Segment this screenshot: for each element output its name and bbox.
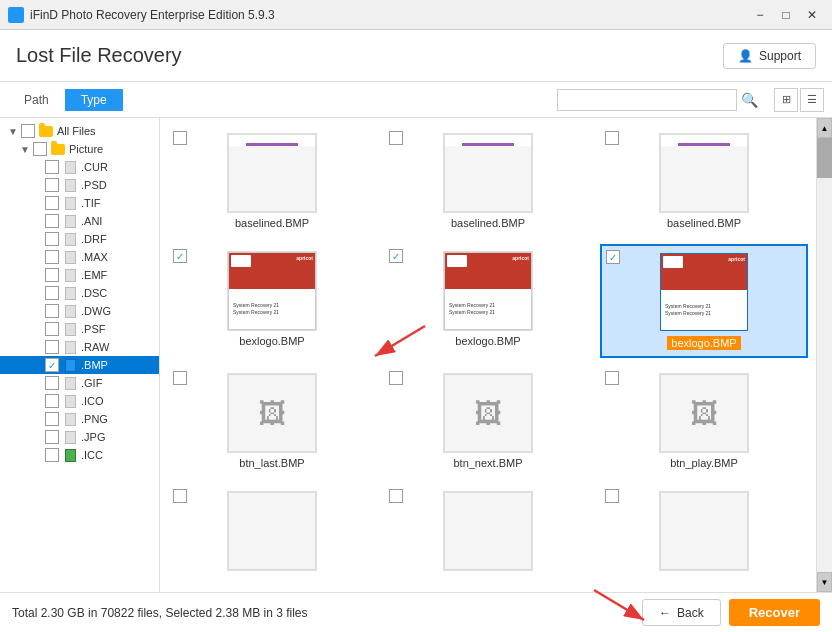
file-checkbox[interactable] — [389, 131, 403, 145]
file-item[interactable]: baselined.BMP — [600, 126, 808, 236]
sidebar-item-psf[interactable]: ▶ .PSF — [0, 320, 159, 338]
tree-toggle-picture[interactable]: ▼ — [20, 144, 30, 155]
file-item-selected[interactable]: ✓ apricot System Recovery 21System Recov… — [600, 244, 808, 358]
file-item[interactable] — [600, 484, 808, 582]
sidebar-item-cur[interactable]: ▶ .CUR — [0, 158, 159, 176]
sidebar-checkbox-emf[interactable] — [45, 268, 59, 282]
list-view-button[interactable]: ☰ — [800, 88, 824, 112]
sidebar-checkbox-jpg[interactable] — [45, 430, 59, 444]
file-name: btn_last.BMP — [239, 457, 304, 469]
sidebar-checkbox-psd[interactable] — [45, 178, 59, 192]
sidebar-item-gif[interactable]: ▶ .GIF — [0, 374, 159, 392]
sidebar-label-bmp: .BMP — [81, 359, 108, 371]
sidebar-checkbox-png[interactable] — [45, 412, 59, 426]
file-checkbox[interactable] — [389, 371, 403, 385]
sidebar-checkbox-raw[interactable] — [45, 340, 59, 354]
sidebar-checkbox-tif[interactable] — [45, 196, 59, 210]
maximize-button[interactable]: □ — [774, 5, 798, 25]
file-name: btn_play.BMP — [670, 457, 738, 469]
sidebar-item-png[interactable]: ▶ .PNG — [0, 410, 159, 428]
tree-toggle-all[interactable]: ▼ — [8, 126, 18, 137]
recover-button[interactable]: Recover — [729, 599, 820, 626]
sidebar-checkbox-icc[interactable] — [45, 448, 59, 462]
sidebar-item-raw[interactable]: ▶ .RAW — [0, 338, 159, 356]
file-checkbox[interactable] — [173, 371, 187, 385]
tab-path[interactable]: Path — [8, 89, 65, 111]
file-item[interactable] — [168, 484, 376, 582]
sidebar-checkbox-max[interactable] — [45, 250, 59, 264]
sidebar-label-psf: .PSF — [81, 323, 105, 335]
file-item[interactable] — [384, 484, 592, 582]
sidebar-label-png: .PNG — [81, 413, 108, 425]
file-item[interactable]: ✓ apricot System Recovery 21System Recov… — [168, 244, 376, 358]
file-item[interactable]: ✓ apricot System Recovery 21System Recov… — [384, 244, 592, 358]
sidebar-item-max[interactable]: ▶ .MAX — [0, 248, 159, 266]
sidebar-checkbox-ico[interactable] — [45, 394, 59, 408]
search-input[interactable] — [557, 89, 737, 111]
file-checkbox[interactable] — [173, 131, 187, 145]
sidebar-checkbox-dsc[interactable] — [45, 286, 59, 300]
search-button[interactable]: 🔍 — [741, 92, 758, 108]
folder-icon-all — [38, 124, 54, 138]
sidebar-item-psd[interactable]: ▶ .PSD — [0, 176, 159, 194]
file-icon-png — [62, 412, 78, 426]
sidebar-item-emf[interactable]: ▶ .EMF — [0, 266, 159, 284]
sidebar-item-dwg[interactable]: ▶ .DWG — [0, 302, 159, 320]
file-item[interactable]: 🖼 btn_last.BMP — [168, 366, 376, 476]
sidebar-checkbox-drf[interactable] — [45, 232, 59, 246]
file-icon-ico — [62, 394, 78, 408]
sidebar-label-gif: .GIF — [81, 377, 102, 389]
grid-view-button[interactable]: ⊞ — [774, 88, 798, 112]
sidebar-label-icc: .ICC — [81, 449, 103, 461]
main-area: ▼ All Files ▼ Picture ▶ .CUR ▶ — [0, 118, 832, 592]
file-item[interactable]: baselined.BMP — [168, 126, 376, 236]
sidebar-item-dsc[interactable]: ▶ .DSC — [0, 284, 159, 302]
file-icon-raw — [62, 340, 78, 354]
statusbar: Total 2.30 GB in 70822 files, Selected 2… — [0, 592, 832, 632]
sidebar-item-picture[interactable]: ▼ Picture — [0, 140, 159, 158]
file-thumbnail — [227, 133, 317, 213]
support-button[interactable]: 👤 Support — [723, 43, 816, 69]
sidebar-checkbox-picture[interactable] — [33, 142, 47, 156]
sidebar-checkbox-dwg[interactable] — [45, 304, 59, 318]
file-checkbox[interactable]: ✓ — [389, 249, 403, 263]
file-checkbox[interactable]: ✓ — [173, 249, 187, 263]
file-item[interactable]: 🖼 btn_play.BMP — [600, 366, 808, 476]
file-checkbox[interactable] — [173, 489, 187, 503]
sidebar-checkbox-bmp[interactable]: ✓ — [45, 358, 59, 372]
sidebar-item-bmp[interactable]: ▶ ✓ .BMP — [0, 356, 159, 374]
sidebar-checkbox-ani[interactable] — [45, 214, 59, 228]
sidebar-checkbox-all[interactable] — [21, 124, 35, 138]
file-checkbox[interactable] — [605, 371, 619, 385]
scrollbar[interactable]: ▲ ▼ — [816, 118, 832, 592]
file-icon-dwg — [62, 304, 78, 318]
sidebar-item-tif[interactable]: ▶ .TIF — [0, 194, 159, 212]
file-icon-ani — [62, 214, 78, 228]
file-item[interactable]: baselined.BMP — [384, 126, 592, 236]
file-checkbox[interactable] — [605, 489, 619, 503]
sidebar-item-all-files[interactable]: ▼ All Files — [0, 122, 159, 140]
tab-type[interactable]: Type — [65, 89, 123, 111]
minimize-button[interactable]: − — [748, 5, 772, 25]
close-button[interactable]: ✕ — [800, 5, 824, 25]
sidebar-item-ani[interactable]: ▶ .ANI — [0, 212, 159, 230]
sidebar-label-ico: .ICO — [81, 395, 104, 407]
app-title-text: iFinD Photo Recovery Enterprise Edition … — [30, 8, 275, 22]
file-name: baselined.BMP — [667, 217, 741, 229]
back-button[interactable]: ← Back — [642, 599, 721, 626]
sidebar-item-ico[interactable]: ▶ .ICO — [0, 392, 159, 410]
file-checkbox[interactable] — [389, 489, 403, 503]
sidebar-item-icc[interactable]: ▶ .ICC — [0, 446, 159, 464]
sidebar-checkbox-gif[interactable] — [45, 376, 59, 390]
sidebar-label-emf: .EMF — [81, 269, 107, 281]
sidebar-label-dsc: .DSC — [81, 287, 107, 299]
file-thumbnail: apricot System Recovery 21System Recover… — [227, 251, 317, 331]
sidebar-item-jpg[interactable]: ▶ .JPG — [0, 428, 159, 446]
sidebar-item-drf[interactable]: ▶ .DRF — [0, 230, 159, 248]
file-checkbox[interactable] — [605, 131, 619, 145]
file-checkbox[interactable]: ✓ — [606, 250, 620, 264]
sidebar-checkbox-psf[interactable] — [45, 322, 59, 336]
sidebar-checkbox-cur[interactable] — [45, 160, 59, 174]
file-thumbnail — [443, 491, 533, 571]
file-item[interactable]: 🖼 btn_next.BMP — [384, 366, 592, 476]
